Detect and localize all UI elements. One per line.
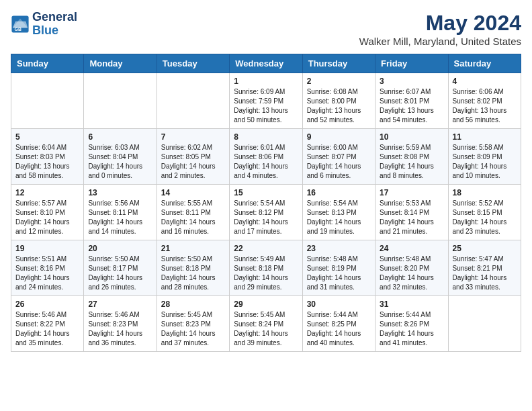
cell-text: Sunset: 8:11 PM <box>161 208 225 218</box>
calendar-cell: 18Sunrise: 5:52 AMSunset: 8:15 PMDayligh… <box>448 185 521 240</box>
day-number: 5 <box>15 132 79 142</box>
day-number: 28 <box>161 300 225 309</box>
cell-text: Sunrise: 5:55 AM <box>161 199 225 208</box>
cell-text: Daylight: 14 hours <box>15 329 79 338</box>
cell-text: and 28 minutes. <box>161 283 225 292</box>
calendar-cell: 12Sunrise: 5:57 AMSunset: 8:10 PMDayligh… <box>11 185 84 240</box>
cell-text: Sunrise: 5:57 AM <box>15 199 79 208</box>
location-title: Walker Mill, Maryland, United States <box>359 36 521 47</box>
cell-text: and 21 minutes. <box>380 227 443 236</box>
cell-text: Daylight: 14 hours <box>380 162 443 171</box>
cell-text: Sunset: 8:20 PM <box>380 264 443 273</box>
weekday-header-sunday: Sunday <box>11 54 84 73</box>
cell-text: Sunrise: 5:53 AM <box>380 199 443 208</box>
day-number: 14 <box>161 188 225 197</box>
cell-text: and 54 minutes. <box>380 116 443 125</box>
cell-text: Sunrise: 5:59 AM <box>380 143 443 152</box>
cell-text: Daylight: 14 hours <box>307 162 371 171</box>
day-number: 23 <box>307 244 371 253</box>
cell-text: Daylight: 14 hours <box>380 329 443 338</box>
calendar-cell: 26Sunrise: 5:46 AMSunset: 8:22 PMDayligh… <box>11 296 84 352</box>
cell-text: Daylight: 14 hours <box>234 162 298 171</box>
day-number: 7 <box>161 132 225 142</box>
cell-text: Daylight: 13 hours <box>15 162 79 171</box>
logo-icon: GB <box>11 15 30 34</box>
cell-text: Sunset: 8:04 PM <box>88 152 152 162</box>
cell-text: and 58 minutes. <box>15 171 79 181</box>
cell-text: Daylight: 14 hours <box>161 329 225 338</box>
day-number: 3 <box>380 77 443 86</box>
calendar-cell: 24Sunrise: 5:48 AMSunset: 8:20 PMDayligh… <box>375 240 448 296</box>
calendar-cell: 20Sunrise: 5:50 AMSunset: 8:17 PMDayligh… <box>84 240 157 296</box>
calendar-cell: 7Sunrise: 6:02 AMSunset: 8:05 PMDaylight… <box>157 129 229 185</box>
cell-text: Daylight: 14 hours <box>380 273 443 283</box>
day-number: 6 <box>88 132 152 142</box>
cell-text: Sunset: 8:14 PM <box>380 208 443 218</box>
cell-text: Daylight: 14 hours <box>161 162 225 171</box>
calendar-cell: 9Sunrise: 6:00 AMSunset: 8:07 PMDaylight… <box>302 129 375 185</box>
calendar-cell: 22Sunrise: 5:49 AMSunset: 8:18 PMDayligh… <box>230 240 302 296</box>
cell-text: and 52 minutes. <box>307 116 371 125</box>
calendar-cell: 29Sunrise: 5:45 AMSunset: 8:24 PMDayligh… <box>230 296 302 352</box>
cell-text: Daylight: 13 hours <box>380 106 443 116</box>
day-number: 24 <box>380 244 443 253</box>
cell-text: and 6 minutes. <box>307 171 371 181</box>
day-number: 12 <box>15 188 79 197</box>
cell-text: and 56 minutes. <box>453 116 517 125</box>
cell-text: Sunrise: 6:02 AM <box>161 143 225 152</box>
cell-text: and 14 minutes. <box>88 227 152 236</box>
calendar-cell <box>448 296 521 352</box>
svg-text:GB: GB <box>15 27 21 32</box>
cell-text: Sunrise: 5:58 AM <box>453 143 517 152</box>
cell-text: Daylight: 14 hours <box>307 218 371 227</box>
calendar-cell <box>11 73 84 129</box>
cell-text: Sunset: 8:26 PM <box>380 320 443 329</box>
cell-text: Daylight: 14 hours <box>161 273 225 283</box>
cell-text: Daylight: 14 hours <box>88 273 152 283</box>
calendar-week-3: 12Sunrise: 5:57 AMSunset: 8:10 PMDayligh… <box>11 185 521 240</box>
cell-text: Sunset: 8:18 PM <box>234 264 298 273</box>
day-number: 31 <box>380 300 443 309</box>
cell-text: Sunrise: 5:46 AM <box>88 310 152 320</box>
cell-text: and 10 minutes. <box>453 171 517 181</box>
cell-text: Sunrise: 6:04 AM <box>15 143 79 152</box>
cell-text: Sunrise: 5:44 AM <box>380 310 443 320</box>
cell-text: Daylight: 14 hours <box>161 218 225 227</box>
cell-text: and 35 minutes. <box>15 338 79 348</box>
weekday-header-monday: Monday <box>84 54 157 73</box>
cell-text: Sunrise: 5:52 AM <box>453 199 517 208</box>
cell-text: Daylight: 13 hours <box>307 106 371 116</box>
calendar-cell: 11Sunrise: 5:58 AMSunset: 8:09 PMDayligh… <box>448 129 521 185</box>
logo-text-general: General <box>32 11 77 24</box>
calendar-cell: 21Sunrise: 5:50 AMSunset: 8:18 PMDayligh… <box>157 240 229 296</box>
cell-text: Daylight: 14 hours <box>307 329 371 338</box>
calendar-cell: 8Sunrise: 6:01 AMSunset: 8:06 PMDaylight… <box>230 129 302 185</box>
day-number: 29 <box>234 300 298 309</box>
calendar-week-2: 5Sunrise: 6:04 AMSunset: 8:03 PMDaylight… <box>11 129 521 185</box>
cell-text: Sunset: 8:07 PM <box>307 152 371 162</box>
calendar-cell: 25Sunrise: 5:47 AMSunset: 8:21 PMDayligh… <box>448 240 521 296</box>
cell-text: and 12 minutes. <box>15 227 79 236</box>
cell-text: Daylight: 14 hours <box>88 218 152 227</box>
cell-text: Daylight: 14 hours <box>380 218 443 227</box>
day-number: 22 <box>234 244 298 253</box>
cell-text: and 37 minutes. <box>161 338 225 348</box>
weekday-header-tuesday: Tuesday <box>157 54 229 73</box>
day-number: 4 <box>453 77 517 86</box>
day-number: 17 <box>380 188 443 197</box>
cell-text: Daylight: 14 hours <box>453 218 517 227</box>
calendar-cell <box>157 73 229 129</box>
calendar-cell: 4Sunrise: 6:06 AMSunset: 8:02 PMDaylight… <box>448 73 521 129</box>
cell-text: Sunrise: 5:49 AM <box>234 255 298 264</box>
cell-text: Sunrise: 6:03 AM <box>88 143 152 152</box>
cell-text: Sunrise: 5:56 AM <box>88 199 152 208</box>
calendar-cell: 28Sunrise: 5:45 AMSunset: 8:23 PMDayligh… <box>157 296 229 352</box>
cell-text: Daylight: 14 hours <box>453 162 517 171</box>
calendar-cell <box>84 73 157 129</box>
day-number: 15 <box>234 188 298 197</box>
day-number: 16 <box>307 188 371 197</box>
cell-text: Sunset: 8:08 PM <box>380 152 443 162</box>
cell-text: Sunset: 8:22 PM <box>15 320 79 329</box>
day-number: 8 <box>234 132 298 142</box>
cell-text: and 8 minutes. <box>380 171 443 181</box>
